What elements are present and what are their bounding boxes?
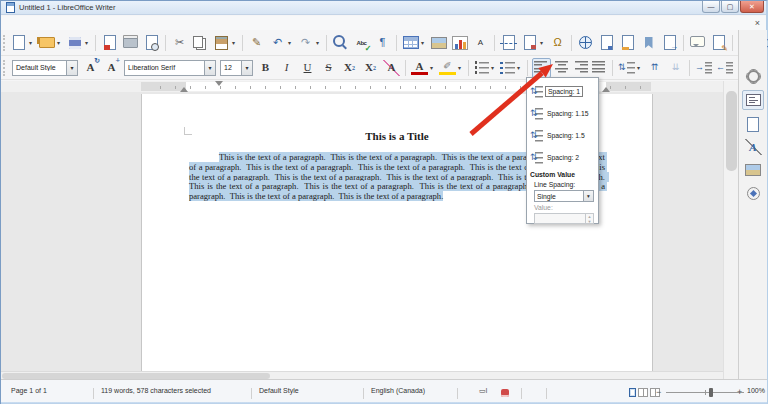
decrease-indent-button[interactable]: ← [715, 58, 734, 78]
insert-field-button[interactable]: ▾ [520, 33, 546, 53]
close-button[interactable]: ✕ [740, 1, 764, 13]
menu-view[interactable] [29, 21, 41, 25]
highlight-color-button[interactable]: ✐▾ [438, 58, 464, 78]
undo-button[interactable]: ↶▾ [268, 33, 294, 53]
gallery-tab[interactable] [742, 160, 764, 180]
insert-bookmark-button[interactable] [639, 33, 658, 53]
dropdown-arrow-icon[interactable]: ▾ [230, 39, 237, 46]
insert-cross-reference-button[interactable] [660, 33, 679, 53]
align-center-button[interactable] [553, 58, 570, 78]
dropdown-arrow-icon[interactable]: ▾ [286, 39, 293, 46]
menu-file[interactable] [5, 21, 17, 25]
spacing-1-15-item[interactable]: ⇅Spacing: 1.15 [527, 102, 598, 124]
strikethrough-button[interactable]: S [319, 58, 338, 78]
open-button[interactable]: ▾ [37, 33, 63, 53]
bullets-button[interactable]: ▾ [473, 58, 497, 78]
styles-tab[interactable]: A [742, 137, 764, 157]
cut-button[interactable]: ✂ [170, 33, 189, 53]
vertical-scrollbar-thumb[interactable] [726, 91, 737, 171]
horizontal-ruler[interactable] [1, 81, 723, 92]
page-count-status[interactable]: Page 1 of 1 [11, 387, 47, 394]
insert-table-button[interactable]: ▾ [401, 33, 427, 53]
spelling-button[interactable]: Abc [352, 33, 371, 53]
insert-image-button[interactable] [429, 33, 448, 53]
menu-insert[interactable] [41, 21, 53, 25]
track-changes-button[interactable] [709, 33, 728, 53]
insert-special-character-button[interactable]: Ω [548, 33, 567, 53]
clone-formatting-button[interactable]: ✎ [247, 33, 266, 53]
multi-page-view-icon[interactable] [638, 388, 648, 397]
subscript-button[interactable]: X [361, 58, 380, 78]
export-pdf-button[interactable] [100, 33, 119, 53]
page-tab[interactable] [742, 114, 764, 134]
line-spacing-button[interactable]: ⇅▾ [617, 58, 643, 78]
zoom-in-icon[interactable]: + [737, 387, 742, 397]
new-style-button[interactable]: A [102, 58, 121, 78]
insert-hyperlink-button[interactable] [576, 33, 595, 53]
menu-help[interactable] [125, 21, 137, 25]
dropdown-arrow-icon[interactable]: ▾ [583, 191, 593, 201]
paragraph-style-combo[interactable]: Default Style ▾ [12, 60, 78, 76]
insert-page-break-button[interactable] [499, 33, 518, 53]
insert-chart-button[interactable] [450, 33, 469, 53]
document-canvas[interactable]: This is a Title This is the text of a pa… [1, 92, 723, 379]
superscript-button[interactable]: X [340, 58, 359, 78]
font-color-button[interactable]: A▾ [410, 58, 436, 78]
spacing-2-item[interactable]: ⇅Spacing: 2 [527, 146, 598, 168]
first-line-indent-marker[interactable] [215, 81, 223, 90]
spacing-1-item[interactable]: ⇅Spacing: 1 [527, 80, 598, 102]
find-replace-button[interactable] [331, 33, 350, 53]
maximize-button[interactable]: ▢ [721, 1, 739, 13]
decrease-paragraph-spacing-button[interactable]: ⇊ [666, 58, 685, 78]
dropdown-arrow-icon[interactable]: ▾ [428, 64, 435, 71]
new-document-button[interactable]: ▾ [9, 33, 35, 53]
menu-format[interactable] [53, 21, 65, 25]
dropdown-arrow-icon[interactable]: ▾ [55, 39, 62, 46]
zoom-out-icon[interactable]: − [656, 387, 661, 397]
vertical-scrollbar[interactable] [723, 81, 738, 379]
dropdown-arrow-icon[interactable]: ▾ [515, 64, 522, 71]
menu-styles[interactable] [65, 21, 77, 25]
insert-footnote-button[interactable] [597, 33, 616, 53]
spacing-1-5-item[interactable]: ⇅Spacing: 1.5 [527, 124, 598, 146]
redo-button[interactable]: ↷▾ [296, 33, 322, 53]
dropdown-arrow-icon[interactable]: ▾ [489, 64, 496, 71]
minimize-button[interactable]: — [702, 1, 720, 13]
toolbar-grip[interactable] [3, 35, 5, 51]
toolbar-grip[interactable] [3, 60, 7, 76]
navigator-tab[interactable] [742, 183, 764, 203]
bold-button[interactable]: B [256, 58, 275, 78]
formatting-marks-button[interactable]: ¶ [373, 33, 392, 53]
dropdown-arrow-icon[interactable]: ▾ [204, 61, 215, 75]
language-status[interactable]: English (Canada) [371, 387, 425, 394]
dropdown-arrow-icon[interactable]: ▾ [241, 61, 252, 75]
font-size-combo[interactable]: 12 ▾ [220, 60, 253, 76]
line-spacing-select[interactable]: Single ▾ [534, 190, 594, 202]
zoom-slider[interactable] [666, 392, 744, 393]
print-preview-button[interactable] [142, 33, 161, 53]
menu-form[interactable] [89, 21, 101, 25]
menu-table[interactable] [77, 21, 89, 25]
align-left-button[interactable] [532, 58, 551, 78]
copy-button[interactable] [191, 33, 210, 53]
word-count-status[interactable]: 119 words, 578 characters selected [101, 387, 211, 394]
properties-tab[interactable] [742, 90, 764, 110]
close-document-icon[interactable]: × [755, 18, 760, 28]
insert-endnote-button[interactable] [618, 33, 637, 53]
increase-indent-button[interactable]: → [694, 58, 713, 78]
update-style-button[interactable]: A [81, 58, 100, 78]
menu-edit[interactable] [17, 21, 29, 25]
horizontal-scrollbar[interactable] [1, 371, 723, 379]
menu-tools[interactable] [101, 21, 113, 25]
save-button[interactable]: ▾ [65, 33, 91, 53]
justify-button[interactable] [591, 58, 608, 78]
dropdown-arrow-icon[interactable]: ▾ [27, 39, 34, 46]
dropdown-arrow-icon[interactable]: ▾ [83, 39, 90, 46]
selection-mode-icon[interactable]: ▭I [479, 387, 488, 395]
dropdown-arrow-icon[interactable]: ▾ [66, 61, 77, 75]
zoom-level-status[interactable]: 100% [747, 387, 765, 394]
print-button[interactable] [121, 33, 140, 53]
right-indent-marker[interactable] [602, 83, 610, 92]
underline-button[interactable]: U [298, 58, 317, 78]
font-name-combo[interactable]: Liberation Serif ▾ [124, 60, 216, 76]
